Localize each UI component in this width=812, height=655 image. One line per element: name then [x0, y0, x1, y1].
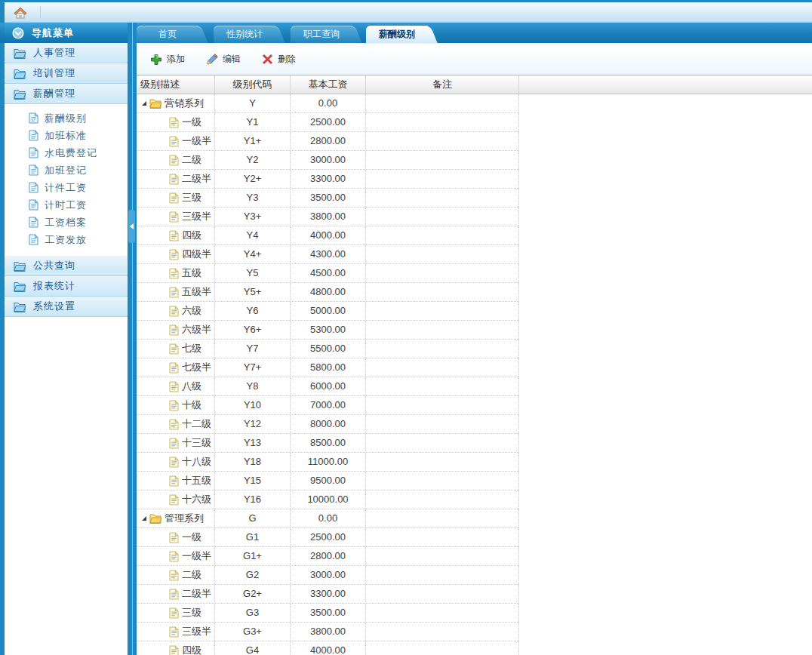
sidebar-nav-header[interactable]: 导航菜单: [5, 23, 128, 43]
tab-2[interactable]: 职工查询: [291, 26, 352, 43]
cell-level-desc: 六级半: [137, 321, 215, 339]
cell-level-desc: 十级: [137, 396, 215, 414]
cell-level-desc: 管理系列: [137, 509, 215, 527]
cell-level-code: Y6: [215, 302, 291, 320]
table-row[interactable]: 三级G33500.00: [137, 604, 519, 623]
table-row[interactable]: 五级Y54500.00: [137, 264, 519, 283]
sidebar-section-0[interactable]: 人事管理: [5, 43, 128, 63]
cell-note: [366, 302, 519, 320]
cell-level-code: Y: [215, 94, 291, 112]
sidebar-subitem-4[interactable]: 计件工资: [5, 179, 128, 196]
cell-note: [366, 490, 519, 509]
level-desc-text: 五级半: [182, 285, 211, 299]
sidebar-collapse-handle[interactable]: [128, 210, 135, 243]
tab-0[interactable]: 首页: [137, 26, 198, 43]
expand-arrow-icon[interactable]: [142, 516, 146, 521]
table-row[interactable]: 二级半Y2+3300.00: [137, 170, 519, 189]
sidebar-subitem-1[interactable]: 加班标准: [5, 127, 128, 144]
sidebar-subitem-6[interactable]: 工资档案: [5, 214, 128, 231]
table-row[interactable]: 十二级Y128000.00: [137, 415, 519, 434]
document-icon: [29, 147, 38, 158]
cell-level-desc: 营销系列: [137, 94, 215, 112]
cell-level-code: G3: [215, 604, 291, 622]
sidebar-section-4[interactable]: 报表统计: [5, 276, 128, 297]
cell-base-salary: 8500.00: [291, 434, 366, 452]
folder-icon: [14, 301, 26, 312]
table-row[interactable]: 一级半Y1+2800.00: [137, 132, 519, 151]
table-row[interactable]: 三级半Y3+3800.00: [137, 208, 519, 226]
table-row[interactable]: 十五级Y159500.00: [137, 472, 519, 490]
tab-3[interactable]: 薪酬级别: [366, 26, 428, 43]
toolbar-button-label: 添加: [167, 53, 185, 66]
table-row[interactable]: 四级Y44000.00: [137, 226, 519, 245]
document-yellow-icon: [169, 475, 179, 487]
delete-button[interactable]: 删除: [259, 51, 299, 68]
table-row[interactable]: 营销系列Y0.00: [137, 94, 519, 113]
table-row[interactable]: 三级半G3+3800.00: [137, 623, 519, 641]
sidebar-section-3[interactable]: 公共查询: [5, 256, 128, 276]
table-row[interactable]: 四级半Y4+4300.00: [137, 245, 519, 264]
table-row[interactable]: 管理系列G0.00: [137, 509, 519, 528]
column-header-3[interactable]: 备注: [366, 75, 519, 94]
level-desc-text: 八级: [182, 380, 201, 393]
sidebar-section-2[interactable]: 薪酬管理: [5, 84, 128, 104]
document-icon: [29, 112, 38, 124]
table-row[interactable]: 十八级Y1811000.00: [137, 453, 519, 472]
column-header-1[interactable]: 级别代码: [215, 75, 291, 94]
document-yellow-icon: [169, 626, 179, 638]
sidebar-subitem-2[interactable]: 水电费登记: [5, 144, 128, 161]
cell-note: [366, 623, 519, 641]
expand-arrow-icon[interactable]: [142, 101, 146, 106]
table-row[interactable]: 一级半G1+2800.00: [137, 547, 519, 566]
level-desc-text: 一级半: [182, 134, 211, 148]
table-row[interactable]: 一级G12500.00: [137, 528, 519, 547]
table-row[interactable]: 二级Y23000.00: [137, 151, 519, 170]
table-row[interactable]: 七级半Y7+5800.00: [137, 358, 519, 377]
column-header-0[interactable]: 级别描述: [137, 75, 215, 94]
cell-level-code: Y5+: [215, 283, 291, 301]
table-row[interactable]: 五级半Y5+4800.00: [137, 283, 519, 302]
top-bar: [5, 2, 812, 23]
document-yellow-icon: [169, 287, 179, 298]
tab-1[interactable]: 性别统计: [214, 26, 275, 43]
cell-note: [366, 226, 519, 244]
table-row[interactable]: 二级半G2+3300.00: [137, 585, 519, 604]
home-button[interactable]: [11, 5, 29, 20]
table-row[interactable]: 六级Y65000.00: [137, 302, 519, 321]
cell-level-code: Y18: [215, 453, 291, 471]
cell-level-code: Y2+: [215, 170, 291, 188]
document-icon: [29, 199, 38, 211]
table-row[interactable]: 二级G23000.00: [137, 566, 519, 585]
table-row[interactable]: 三级Y33500.00: [137, 189, 519, 208]
table-row[interactable]: 四级G44000.00: [137, 641, 519, 655]
column-header-2[interactable]: 基本工资: [291, 75, 366, 94]
cell-note: [366, 358, 519, 377]
level-desc-text: 十级: [182, 398, 201, 412]
add-button[interactable]: 添加: [147, 51, 188, 68]
cell-note: [366, 377, 519, 395]
table-row[interactable]: 一级Y12500.00: [137, 113, 519, 132]
table-row[interactable]: 八级Y86000.00: [137, 377, 519, 396]
edit-button[interactable]: 编辑: [203, 51, 244, 68]
sidebar-section-5[interactable]: 系统设置: [5, 297, 128, 317]
cell-level-desc: 三级: [137, 189, 215, 207]
table-row[interactable]: 十三级Y138500.00: [137, 434, 519, 453]
table-row[interactable]: 十级Y107000.00: [137, 396, 519, 415]
cell-base-salary: 4000.00: [291, 641, 366, 655]
sidebar-section-1[interactable]: 培训管理: [5, 63, 128, 84]
cell-base-salary: 5800.00: [291, 358, 366, 377]
cell-base-salary: 2500.00: [291, 528, 366, 546]
sidebar-subitem-7[interactable]: 工资发放: [5, 231, 128, 248]
sidebar-subitem-3[interactable]: 加班登记: [5, 161, 128, 179]
cell-note: [366, 396, 519, 414]
panel-splitter[interactable]: [128, 23, 137, 655]
sidebar-subitem-5[interactable]: 计时工资: [5, 196, 128, 214]
cell-base-salary: 4300.00: [291, 245, 366, 263]
sidebar-subitem-0[interactable]: 薪酬级别: [5, 109, 128, 127]
table-row[interactable]: 六级半Y6+5300.00: [137, 321, 519, 340]
document-yellow-icon: [169, 174, 179, 185]
table-row[interactable]: 七级Y75500.00: [137, 340, 519, 358]
cell-note: [366, 641, 519, 655]
sidebar-subitem-label: 计件工资: [45, 181, 87, 195]
table-row[interactable]: 十六级Y1610000.00: [137, 490, 519, 509]
